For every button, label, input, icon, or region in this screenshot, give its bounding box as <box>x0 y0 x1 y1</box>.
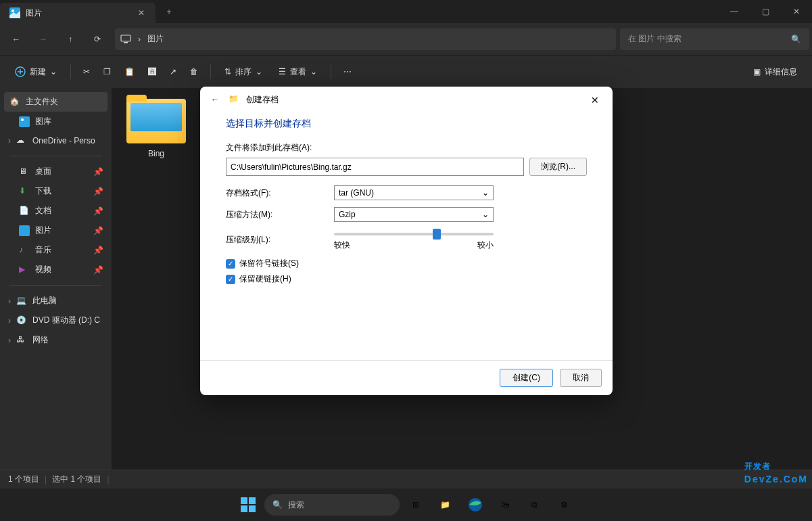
cut-button[interactable]: ✂ <box>78 63 95 81</box>
format-value: tar (GNU) <box>339 188 374 198</box>
sidebar-item-gallery[interactable]: 图库 <box>0 112 112 131</box>
pin-icon: 📌 <box>93 187 103 196</box>
desktop-icon: 🖥 <box>19 166 30 177</box>
plus-circle-icon <box>15 66 26 77</box>
cancel-button[interactable]: 取消 <box>560 369 602 387</box>
path-segment[interactable]: 图片 <box>147 33 164 45</box>
sidebar-item-network[interactable]: ›🖧网络 <box>0 330 112 350</box>
clipboard-icon: 📋 <box>124 67 135 76</box>
disc-icon: 💿 <box>16 315 27 326</box>
dialog-close-button[interactable]: ✕ <box>586 92 604 108</box>
sidebar-item-this-pc[interactable]: ›💻此电脑 <box>0 291 112 311</box>
folder-item-bing[interactable]: Bing <box>122 99 190 158</box>
svg-rect-5 <box>19 116 30 127</box>
method-select[interactable]: Gzip ⌄ <box>334 207 494 222</box>
task-view-button[interactable]: ⊞ <box>402 491 429 518</box>
sidebar-item-onedrive[interactable]: › ☁ OneDrive - Perso <box>0 131 112 150</box>
sidebar-label: 音乐 <box>35 244 51 256</box>
dialog-header: ← 📁 创建存档 <box>200 87 613 112</box>
search-input[interactable]: 在 图片 中搜索 🔍 <box>620 28 809 50</box>
taskbar-explorer[interactable]: 📁 <box>432 491 459 518</box>
active-tab[interactable]: 图片 ✕ <box>0 3 156 23</box>
browse-button[interactable]: 浏览(R)... <box>529 158 587 176</box>
address-path[interactable]: › 图片 <box>115 28 616 50</box>
pc-icon: 💻 <box>16 296 27 307</box>
back-button[interactable]: ← <box>3 26 30 53</box>
sidebar-item-music[interactable]: ♪音乐📌 <box>0 240 112 260</box>
preserve-hardlinks-checkbox[interactable]: ✓ 保留硬链接(H) <box>226 273 587 285</box>
copy-icon: ❐ <box>103 67 111 76</box>
status-item-count: 1 个项目 <box>8 474 39 485</box>
format-select[interactable]: tar (GNU) ⌄ <box>334 185 494 200</box>
sidebar-label: DVD 驱动器 (D:) C <box>32 315 100 326</box>
start-button[interactable] <box>235 491 262 518</box>
forward-button[interactable]: → <box>30 26 57 53</box>
sidebar: 🏠 主文件夹 图库 › ☁ OneDrive - Perso 🖥桌面📌 ⬇下载📌… <box>0 88 112 470</box>
sidebar-item-videos[interactable]: ▶视频📌 <box>0 260 112 279</box>
sort-button[interactable]: ⇅ 排序 ⌄ <box>218 62 269 82</box>
view-label: 查看 <box>290 66 306 78</box>
details-label: 详细信息 <box>765 66 797 78</box>
pictures-icon <box>19 225 30 236</box>
chevron-down-icon: ⌄ <box>310 67 317 76</box>
new-tab-button[interactable]: ＋ <box>156 0 183 23</box>
sidebar-label: 网络 <box>32 334 49 346</box>
sort-label: 排序 <box>235 66 252 78</box>
paste-button[interactable]: 📋 <box>119 63 140 81</box>
archive-path-input[interactable] <box>226 158 524 176</box>
taskbar-search[interactable]: 🔍搜索 <box>264 494 400 516</box>
chevron-right-icon: › <box>8 136 11 145</box>
close-window-button[interactable]: ✕ <box>781 0 812 23</box>
sidebar-label: 图片 <box>35 225 51 236</box>
taskbar-terminal[interactable]: ⧉ <box>521 491 548 518</box>
folder-icon <box>126 99 186 143</box>
sidebar-item-dvd[interactable]: ›💿DVD 驱动器 (D:) C <box>0 311 112 330</box>
minimize-button[interactable]: — <box>719 0 750 23</box>
view-button[interactable]: ☰ 查看 ⌄ <box>272 62 324 82</box>
sidebar-item-home[interactable]: 🏠 主文件夹 <box>4 92 108 112</box>
sidebar-item-pictures[interactable]: 图片📌 <box>0 221 112 240</box>
up-button[interactable]: ↑ <box>57 26 84 53</box>
sidebar-label: OneDrive - Perso <box>32 136 95 145</box>
share-button[interactable]: ↗ <box>164 63 182 81</box>
toolbar: 新建 ⌄ ✂ ❐ 📋 🅰 ↗ 🗑 ⇅ 排序 ⌄ ☰ 查看 ⌄ ⋯ ▣ 详细信息 <box>0 55 812 88</box>
rename-icon: 🅰 <box>148 67 156 76</box>
taskbar: 🔍搜索 ⊞ 📁 🛍 ⧉ ⚙ <box>0 489 812 521</box>
sidebar-item-documents[interactable]: 📄文档📌 <box>0 201 112 221</box>
taskbar-settings[interactable]: ⚙ <box>551 491 578 518</box>
add-to-archive-label: 文件将添加到此存档(A): <box>226 142 587 154</box>
dialog-back-button[interactable]: ← <box>208 92 222 107</box>
create-button[interactable]: 创建(C) <box>500 369 553 387</box>
search-icon: 🔍 <box>272 500 283 509</box>
preserve-symlinks-checkbox[interactable]: ✓ 保留符号链接(S) <box>226 258 587 269</box>
dialog-heading: 选择目标并创建存档 <box>226 118 587 130</box>
new-button[interactable]: 新建 ⌄ <box>8 62 64 82</box>
taskbar-edge[interactable] <box>462 491 489 518</box>
chevron-right-icon: › <box>8 336 11 345</box>
more-button[interactable]: ⋯ <box>338 63 357 81</box>
taskbar-store[interactable]: 🛍 <box>492 491 519 518</box>
download-icon: ⬇ <box>19 186 30 197</box>
checkbox-checked-icon: ✓ <box>226 259 235 269</box>
monitor-icon <box>120 34 131 45</box>
sidebar-item-desktop[interactable]: 🖥桌面📌 <box>0 162 112 181</box>
chevron-down-icon: ⌄ <box>50 67 57 76</box>
statusbar: 1 个项目 | 选中 1 个项目 | <box>0 470 812 489</box>
close-tab-button[interactable]: ✕ <box>134 7 149 19</box>
titlebar: 图片 ✕ ＋ — ▢ ✕ <box>0 0 812 23</box>
maximize-button[interactable]: ▢ <box>750 0 781 23</box>
compression-level-slider[interactable] <box>334 233 494 235</box>
method-value: Gzip <box>339 210 356 219</box>
copy-button[interactable]: ❐ <box>98 63 116 81</box>
refresh-button[interactable]: ⟳ <box>84 26 111 53</box>
slider-thumb[interactable] <box>433 229 441 240</box>
ellipsis-icon: ⋯ <box>343 67 352 76</box>
rename-button[interactable]: 🅰 <box>143 63 162 81</box>
svg-rect-9 <box>249 497 256 504</box>
chevron-right-icon: › <box>8 316 11 325</box>
details-pane-button[interactable]: ▣ 详细信息 <box>746 62 804 82</box>
svg-rect-11 <box>249 505 256 512</box>
delete-button[interactable]: 🗑 <box>185 63 204 81</box>
pin-icon: 📌 <box>93 206 103 216</box>
sidebar-item-downloads[interactable]: ⬇下载📌 <box>0 181 112 201</box>
